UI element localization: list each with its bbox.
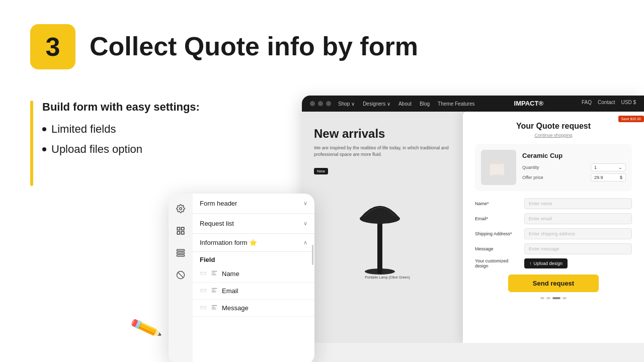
- field-section-label: Field: [193, 252, 314, 265]
- field-item-message[interactable]: ⠿⠿ Message: [193, 300, 314, 317]
- information-form-label: Information form ⭐: [200, 239, 257, 246]
- offer-price-label: Offer price: [522, 175, 543, 180]
- product-name: Ceramic Cup: [522, 152, 626, 159]
- send-request-button[interactable]: Send request: [508, 275, 599, 292]
- list-item: Upload files option: [42, 143, 221, 156]
- information-form-row[interactable]: Information form ⭐ ∧: [193, 234, 314, 252]
- nav-dot: [318, 101, 323, 106]
- step-number: 3: [46, 32, 60, 62]
- nav-dot: [310, 101, 315, 106]
- browser-panel: Shop ∨ Designers ∨ About Blog Theme Feat…: [302, 96, 644, 362]
- email-field-row: Email* Enter email: [475, 213, 632, 224]
- message-label: Message: [475, 246, 520, 251]
- new-arrivals-title: New arrivals: [314, 127, 461, 141]
- bullet-dot: [42, 147, 46, 151]
- drag-handle-icon: ⠿⠿: [200, 305, 207, 311]
- form-fields: Name* Enter name Email* Enter email Ship…: [475, 198, 632, 254]
- svg-rect-4: [177, 232, 180, 234]
- upload-button[interactable]: ↑ Upload design: [524, 258, 568, 268]
- dot: [546, 297, 550, 299]
- browser-nav-bar: Shop ∨ Designers ∨ About Blog Theme Feat…: [302, 96, 644, 112]
- gear-icon[interactable]: [174, 202, 188, 216]
- shop-background: New arrivals We are inspired by the real…: [302, 112, 644, 343]
- chevron-up-icon: ∧: [303, 239, 307, 246]
- page-title: Collect Quote info by form: [90, 32, 418, 61]
- form-header-label: Form header: [200, 200, 237, 207]
- drag-handle-icon: ⠿⠿: [200, 288, 207, 294]
- nav-dot: [326, 101, 331, 106]
- ban-icon[interactable]: [174, 268, 188, 282]
- svg-rect-3: [182, 232, 184, 234]
- block-icon[interactable]: [174, 246, 188, 260]
- shipping-input[interactable]: Enter shipping address: [524, 228, 632, 239]
- svg-rect-7: [177, 255, 185, 256]
- form-header-row[interactable]: Form header ∨: [193, 194, 314, 214]
- field-message-label: Message: [222, 304, 249, 312]
- nav-theme[interactable]: Theme Features: [438, 101, 474, 107]
- message-field-row: Message Enter message: [475, 243, 632, 254]
- limited-fields-label: Limited fields: [51, 123, 116, 136]
- nav-shop[interactable]: Shop ∨: [338, 101, 355, 107]
- field-type-icon: [211, 269, 218, 278]
- quantity-label: Quantity: [522, 165, 539, 170]
- nav-contact[interactable]: Contact: [598, 100, 615, 105]
- brand-logo: IMPACT®: [514, 100, 543, 107]
- svg-rect-20: [377, 219, 382, 274]
- field-item-name[interactable]: ⠿⠿ Name: [193, 265, 314, 283]
- email-input[interactable]: Enter email: [524, 213, 632, 224]
- product-image: [481, 150, 516, 185]
- drag-handle-icon: ⠿⠿: [200, 271, 207, 277]
- build-form-subtitle: Build form with easy settings:: [42, 101, 221, 114]
- offer-price-row: Offer price 29.9 $: [522, 173, 626, 182]
- message-input[interactable]: Enter message: [524, 243, 632, 254]
- header-section: 3 Collect Quote info by form: [0, 0, 644, 84]
- mug-svg: [485, 154, 513, 182]
- field-type-icon: [211, 304, 218, 312]
- quantity-row: Quantity 1 ⌄: [522, 163, 626, 171]
- new-arrivals-desc: We are inspired by the realities of life…: [314, 145, 461, 157]
- offer-price-input[interactable]: 29.9 $: [591, 173, 626, 182]
- name-field-row: Name* Enter name: [475, 198, 632, 209]
- chevron-down-icon: ∨: [303, 200, 307, 207]
- nav-designers[interactable]: Designers ∨: [363, 101, 390, 107]
- quantity-input[interactable]: 1 ⌄: [591, 163, 626, 171]
- svg-rect-1: [177, 227, 180, 230]
- list-icon[interactable]: [174, 224, 188, 238]
- lamp-label: Portable Lamp (Olive Green): [352, 276, 423, 279]
- continue-shopping-link[interactable]: Continue shopping: [475, 133, 632, 138]
- step-badge: 3: [30, 24, 75, 69]
- upload-row: Your customized design ↑ Upload design: [475, 258, 632, 268]
- bullet-list: Limited fields Upload files option: [42, 123, 221, 156]
- field-type-icon: [211, 287, 218, 295]
- nav-items: Shop ∨ Designers ∨ About Blog Theme Feat…: [338, 101, 474, 107]
- dot-active: [552, 297, 560, 299]
- svg-rect-22: [490, 163, 504, 176]
- upload-label: Your customized design: [475, 258, 520, 268]
- svg-rect-2: [182, 227, 184, 230]
- name-input[interactable]: Enter name: [524, 198, 632, 209]
- field-name-label: Name: [222, 270, 239, 278]
- left-text-block: Build form with easy settings: Limited f…: [30, 101, 221, 156]
- svg-point-24: [490, 161, 504, 164]
- svg-point-23: [490, 174, 504, 177]
- new-badge: New: [314, 168, 328, 174]
- list-item: Limited fields: [42, 123, 221, 136]
- nav-currency[interactable]: USD $: [621, 100, 636, 105]
- panel-content: Form header ∨ Request list ∨ Information…: [193, 194, 314, 362]
- product-info: Ceramic Cup Quantity 1 ⌄ Offer price 29.…: [522, 152, 626, 184]
- quote-modal-title: Your Quote request: [475, 122, 632, 131]
- field-item-email[interactable]: ⠿⠿ Email: [193, 283, 314, 300]
- dot: [562, 297, 567, 299]
- upload-icon: ↑: [529, 261, 532, 266]
- nav-faq[interactable]: FAQ: [582, 100, 592, 105]
- quote-modal: Your Quote request Continue shopping Cer…: [463, 112, 644, 343]
- new-arrivals-section: New arrivals We are inspired by the real…: [302, 112, 473, 343]
- modal-product-section: Ceramic Cup Quantity 1 ⌄ Offer price 29.…: [475, 144, 632, 191]
- nav-about[interactable]: About: [398, 101, 412, 107]
- shipping-field-row: Shipping Address* Enter shipping address: [475, 228, 632, 239]
- left-content: Build form with easy settings: Limited f…: [30, 101, 221, 163]
- svg-point-0: [180, 208, 182, 210]
- nav-blog[interactable]: Blog: [420, 101, 430, 107]
- upload-files-label: Upload files option: [51, 143, 142, 156]
- request-list-row[interactable]: Request list ∨: [193, 214, 314, 234]
